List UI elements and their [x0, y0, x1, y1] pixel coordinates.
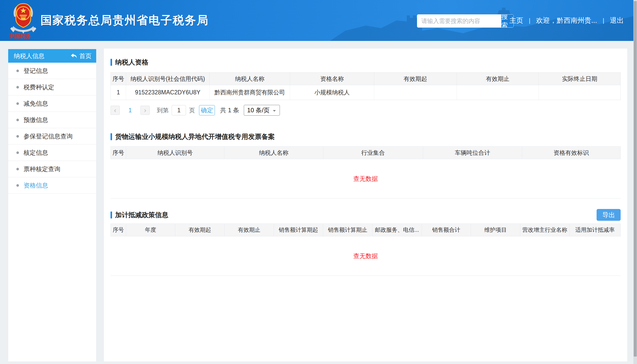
search-bar: 搜索 — [417, 14, 514, 28]
bullet-icon — [16, 168, 19, 170]
column-header: 营改增主行业名称 — [520, 224, 570, 236]
column-header: 纳税人识别号(社会信用代码) — [126, 73, 210, 85]
table-row: 191522328MAC2DY6U8Y黔西南州贵群商贸有限公司小规模纳税人 — [111, 85, 621, 100]
column-header: 销售额合计 — [422, 224, 471, 236]
bullet-icon — [16, 151, 19, 154]
page-input[interactable] — [172, 105, 186, 115]
column-header: 序号 — [111, 224, 126, 236]
title-marker — [111, 212, 112, 218]
sidebar-home-button[interactable]: 首页 — [71, 52, 92, 60]
sidebar-item-shuifeizhong[interactable]: 税费种认定 — [8, 79, 96, 95]
column-header: 邮政服务、电信... — [372, 224, 422, 236]
column-header: 有效期止 — [225, 224, 274, 236]
deduction-policy-table: 序号年度有效期起有效期止销售额计算期起销售额计算期止邮政服务、电信...销售额合… — [111, 224, 621, 276]
next-page-button[interactable]: › — [140, 106, 150, 115]
page-size-select[interactable]: 10 条/页 ⌄ — [244, 105, 280, 116]
table-cell — [539, 85, 620, 100]
total-count: 共 1 条 — [220, 106, 239, 114]
home-link[interactable]: 主页 — [509, 16, 523, 25]
logo-caption: 中国税务 — [10, 33, 31, 39]
welcome-user-link[interactable]: 欢迎，黔西南州贵... — [536, 16, 597, 25]
export-button[interactable]: 导出 — [597, 209, 621, 221]
table-header-row: 序号纳税人识别号(社会信用代码)纳税人名称资格名称有效期起有效期止实际终止日期 — [111, 72, 621, 85]
column-header: 有效期起 — [374, 73, 457, 85]
column-header: 有效期止 — [457, 73, 539, 85]
bullet-icon — [16, 70, 19, 72]
logout-link[interactable]: 退出 — [610, 16, 624, 25]
site-title: 国家税务总局贵州省电子税务局 — [40, 13, 209, 28]
sidebar-item-yujiao[interactable]: 预缴信息 — [8, 112, 96, 128]
taxpayer-qualification-table: 序号纳税人识别号(社会信用代码)纳税人名称资格名称有效期起有效期止实际终止日期1… — [111, 72, 621, 100]
pagination: ‹ 1 › 到第 页 确定 共 1 条 10 条/页 ⌄ — [111, 105, 621, 116]
vertical-scrollbar[interactable] — [633, 0, 637, 364]
section-title-freight: 货物运输业小规模纳税人异地代开增值税专用发票备案 — [111, 132, 621, 141]
column-header: 资格有效标识 — [522, 147, 621, 159]
bullet-icon — [16, 135, 19, 138]
sidebar-item-piaozhong[interactable]: 票种核定查询 — [8, 161, 96, 177]
table-cell: 1 — [111, 85, 126, 100]
back-arrow-icon — [71, 53, 77, 59]
column-header: 销售额计算期起 — [274, 224, 323, 236]
section-title-qualification: 纳税人资格 — [111, 58, 621, 67]
column-header: 维护项目 — [471, 224, 520, 236]
page-unit-label: 页 — [189, 106, 195, 114]
column-header: 纳税人名称 — [210, 73, 290, 85]
bullet-icon — [16, 102, 19, 105]
sidebar-item-dengji[interactable]: 登记信息 — [8, 63, 96, 79]
main-panel: 纳税人资格 序号纳税人识别号(社会信用代码)纳税人名称资格名称有效期起有效期止实… — [104, 49, 627, 361]
bullet-icon — [16, 86, 19, 89]
column-header: 序号 — [111, 147, 126, 159]
sidebar-item-heding[interactable]: 核定信息 — [8, 145, 96, 161]
sidebar-home-label: 首页 — [79, 52, 92, 60]
table-cell: 黔西南州贵群商贸有限公司 — [210, 85, 290, 100]
column-header: 实际终止日期 — [539, 73, 620, 85]
search-input[interactable] — [417, 15, 501, 27]
column-header: 年度 — [126, 224, 175, 236]
chevron-down-icon: ⌄ — [272, 106, 277, 113]
empty-data-text: 查无数据 — [111, 159, 621, 198]
bullet-icon — [16, 184, 19, 187]
app-header: 中国税务 国家税务总局贵州省电子税务局 搜索 主页 | 欢迎，黔西南州贵... … — [0, 0, 637, 41]
column-header: 销售额计算期止 — [323, 224, 372, 236]
sidebar: 纳税人信息 首页 登记信息 税费种认定 减免信息 预缴信息 参保登记信息查询 核… — [8, 49, 96, 361]
table-header-row: 序号纳税人识别号纳税人名称行业集合车辆吨位合计资格有效标识 — [111, 146, 621, 159]
column-header: 纳税人识别号 — [126, 147, 224, 159]
sidebar-item-jianmian[interactable]: 减免信息 — [8, 95, 96, 112]
prev-page-button[interactable]: ‹ — [111, 106, 120, 115]
table-cell: 小规模纳税人 — [290, 85, 374, 100]
column-header: 行业集合 — [323, 147, 423, 159]
title-marker — [111, 59, 112, 66]
section-title-deduction-row: 加计抵减政策信息 导出 — [111, 209, 621, 221]
tax-emblem-logo: 中国税务 — [10, 2, 37, 40]
section-title-deduction: 加计抵减政策信息 — [111, 211, 168, 219]
page-number[interactable]: 1 — [128, 107, 132, 114]
top-links: 主页 | 欢迎，黔西南州贵... | 退出 — [509, 16, 624, 25]
column-header: 纳税人名称 — [224, 147, 323, 159]
table-header-row: 序号年度有效期起有效期止销售额计算期起销售额计算期止邮政服务、电信...销售额合… — [111, 224, 621, 236]
freight-filing-table: 序号纳税人识别号纳税人名称行业集合车辆吨位合计资格有效标识查无数据 — [111, 146, 621, 198]
goto-label: 到第 — [157, 106, 169, 114]
column-header: 资格名称 — [290, 73, 374, 85]
column-header: 序号 — [111, 73, 126, 85]
separator: | — [603, 17, 604, 24]
table-cell: 91522328MAC2DY6U8Y — [126, 85, 210, 100]
empty-data-text: 查无数据 — [111, 236, 621, 276]
column-header: 车辆吨位合计 — [423, 147, 522, 159]
confirm-page-button[interactable]: 确定 — [199, 105, 215, 115]
column-header: 有效期起 — [175, 224, 225, 236]
scrollbar-thumb[interactable] — [634, 1, 637, 357]
title-marker — [111, 133, 112, 140]
sidebar-title: 纳税人信息 — [14, 52, 45, 60]
separator: | — [529, 17, 530, 24]
sidebar-header: 纳税人信息 首页 — [8, 49, 96, 63]
table-cell — [374, 85, 457, 100]
table-cell — [457, 85, 539, 100]
bullet-icon — [16, 119, 19, 121]
sidebar-item-zige[interactable]: 资格信息 — [8, 177, 96, 194]
column-header: 适用加计抵减率 — [569, 224, 620, 236]
sidebar-item-canbao[interactable]: 参保登记信息查询 — [8, 128, 96, 145]
